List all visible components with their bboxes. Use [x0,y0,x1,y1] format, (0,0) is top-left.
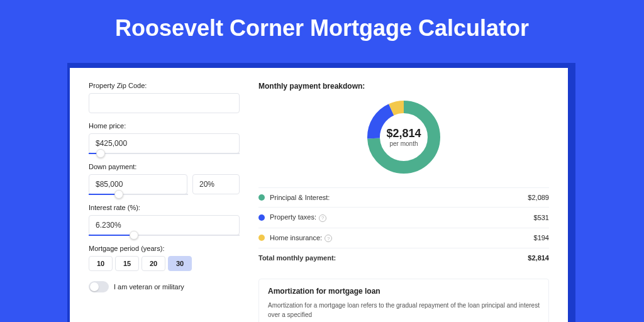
toggle-knob [90,282,99,291]
help-icon[interactable]: ? [319,214,326,222]
legend-dot [258,194,265,201]
legend-row: Principal & Interest:$2,089 [258,187,549,207]
legend-label: Home insurance:? [270,234,534,243]
slider-thumb[interactable] [96,149,105,158]
legend-label: Principal & Interest: [270,194,528,201]
interest-input[interactable] [89,215,240,235]
period-button-10[interactable]: 10 [89,256,113,271]
legend-dot [258,235,265,241]
total-row: Total monthly payment: $2,814 [258,248,549,267]
down-payment-pct-input[interactable] [192,174,240,194]
amortization-card: Amortization for mortgage loan Amortizat… [258,279,549,322]
home-price-input[interactable] [89,133,240,153]
breakdown-heading: Monthly payment breakdown: [258,82,549,91]
amortization-heading: Amortization for mortgage loan [268,287,540,296]
total-label: Total monthly payment: [258,254,528,262]
breakdown-column: Monthly payment breakdown: $2,814 per mo… [258,82,549,322]
legend-value: $2,089 [528,194,549,201]
home-price-label: Home price: [89,122,240,130]
zip-input[interactable] [89,93,240,113]
payment-donut-chart: $2,814 per month [366,99,441,175]
period-button-15[interactable]: 15 [115,256,139,271]
down-payment-input[interactable] [89,174,187,194]
interest-slider[interactable] [89,235,240,236]
donut-sublabel: per month [389,140,418,147]
veteran-label: I am veteran or military [114,283,184,291]
period-button-20[interactable]: 20 [142,256,165,271]
interest-label: Interest rate (%): [89,204,240,211]
calculator-panel: Property Zip Code: Home price: Down paym… [70,68,568,322]
input-column: Property Zip Code: Home price: Down paym… [89,82,240,322]
zip-label: Property Zip Code: [89,82,240,89]
legend-value: $194 [534,234,549,242]
period-buttons: 10152030 [89,256,240,271]
home-price-slider[interactable] [89,153,240,154]
slider-thumb[interactable] [114,190,123,199]
legend-row: Home insurance:?$194 [258,228,549,248]
veteran-toggle[interactable] [89,281,109,292]
legend-label: Property taxes:? [270,213,534,222]
donut-total: $2,814 [386,127,421,140]
total-value: $2,814 [528,254,549,262]
down-payment-label: Down payment: [89,163,240,170]
help-icon[interactable]: ? [325,235,332,242]
period-button-30[interactable]: 30 [168,256,192,271]
amortization-text: Amortization for a mortgage loan refers … [268,301,540,319]
legend-dot [258,214,265,221]
legend-value: $531 [534,214,549,221]
page-title: Roosevelt Corner Mortgage Calculator [0,0,644,52]
down-payment-slider[interactable] [89,194,188,195]
slider-thumb[interactable] [130,231,138,240]
legend-row: Property taxes:?$531 [258,207,549,228]
legend: Principal & Interest:$2,089Property taxe… [258,187,549,248]
period-label: Mortgage period (years): [89,245,240,252]
